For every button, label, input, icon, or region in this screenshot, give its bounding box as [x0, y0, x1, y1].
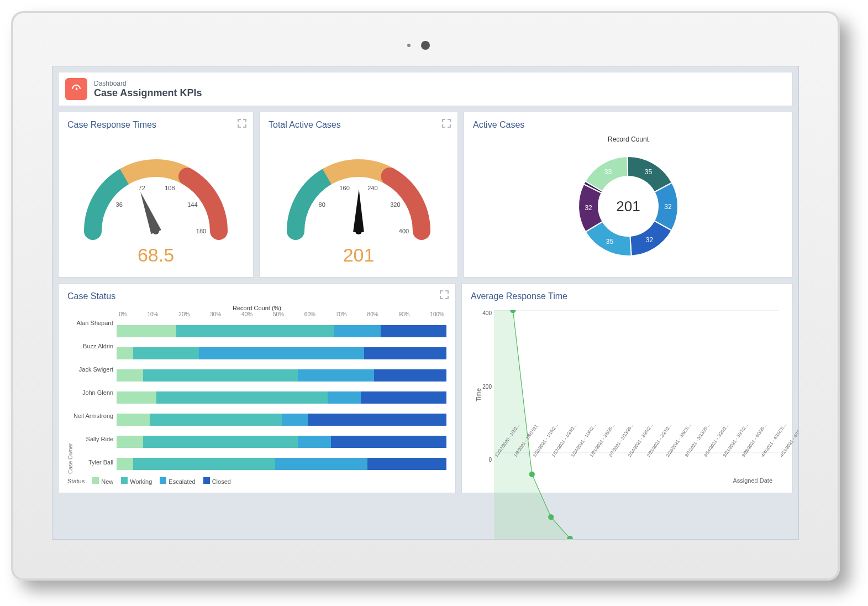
breadcrumb: Dashboard [94, 80, 202, 87]
row-1: Case Response Times 3672108144180 68.5 T… [58, 112, 793, 278]
table-row [117, 458, 446, 470]
card-total-active: Total Active Cases 80160240320400 201 [259, 112, 458, 278]
svg-text:320: 320 [390, 201, 400, 207]
bar-rows [117, 321, 446, 474]
bar-x-ticks: 0%10%20%30%40%50%60%70%80%90%100% [117, 311, 446, 317]
table-row [117, 414, 446, 426]
donut-center-value: 201 [616, 198, 640, 215]
donut-chart: 333532323532 201 [473, 143, 783, 269]
svg-point-24 [548, 514, 554, 520]
svg-text:35: 35 [645, 168, 653, 176]
table-row [117, 369, 446, 382]
bar-category-labels: Alan ShepardBuzz AldrinJack SwigertJohn … [73, 311, 117, 474]
gauge-value: 201 [343, 244, 375, 266]
expand-icon[interactable] [442, 119, 451, 128]
card-title: Active Cases [473, 120, 783, 130]
card-response-times: Case Response Times 3672108144180 68.5 [58, 112, 254, 278]
svg-text:72: 72 [139, 185, 145, 191]
bar-legend: Status New Working Escalated Closed [67, 477, 446, 485]
legend-title: Status [67, 478, 85, 484]
dashboard-screen: Dashboard Case Assignment KPIs Case Resp… [52, 66, 799, 540]
dashboard-title-block: Dashboard Case Assignment KPIs [94, 80, 202, 99]
dashboard-header: Dashboard Case Assignment KPIs [58, 72, 793, 106]
svg-point-11 [355, 228, 362, 234]
legend-item-new: New [92, 477, 113, 485]
svg-text:240: 240 [367, 185, 377, 191]
dashboard-icon [65, 78, 87, 100]
table-row [117, 391, 446, 404]
line-y-ticks: 4002000 [471, 310, 492, 463]
expand-icon[interactable] [238, 119, 246, 128]
svg-text:32: 32 [585, 204, 592, 212]
row-2: Case Status Record Count (%) Case Owner … [58, 283, 793, 493]
svg-text:108: 108 [165, 185, 175, 191]
line-chart: Time 4002000 12/27/2020 - 1/2/2...1/3/20… [471, 305, 783, 485]
card-avg-response-time: Average Response Time Time 4002000 12/27… [461, 283, 793, 493]
svg-text:35: 35 [606, 238, 614, 245]
svg-text:400: 400 [399, 228, 409, 234]
svg-text:36: 36 [116, 201, 123, 207]
gauge-total-active: 80160240320400 201 [269, 133, 449, 269]
page-title: Case Assignment KPIs [94, 87, 202, 99]
svg-text:180: 180 [196, 228, 206, 234]
card-title: Case Response Times [67, 120, 244, 130]
card-case-status: Case Status Record Count (%) Case Owner … [58, 283, 456, 493]
bars-y-title: Case Owner [67, 311, 73, 474]
gauge-value: 68.5 [138, 244, 174, 266]
bars-x-title: Record Count (%) [67, 305, 446, 311]
legend-item-closed: Closed [203, 477, 231, 485]
table-row [117, 436, 446, 448]
svg-text:80: 80 [319, 201, 325, 207]
stacked-bar-chart: Case Owner Alan ShepardBuzz AldrinJack S… [67, 311, 446, 474]
tablet-frame: Dashboard Case Assignment KPIs Case Resp… [11, 11, 840, 581]
legend-item-working: Working [121, 477, 152, 485]
gauge-response-times: 3672108144180 68.5 [67, 133, 244, 269]
card-title: Average Response Time [471, 291, 783, 301]
line-x-title: Assigned Date [733, 477, 772, 484]
legend-item-escalated: Escalated [160, 477, 195, 485]
svg-text:32: 32 [664, 203, 672, 211]
svg-text:32: 32 [646, 236, 654, 244]
table-row [117, 325, 446, 337]
svg-text:160: 160 [339, 185, 349, 191]
svg-text:144: 144 [187, 201, 197, 207]
svg-text:33: 33 [604, 168, 612, 176]
donut-subtitle: Record Count [473, 135, 783, 143]
card-title: Total Active Cases [269, 120, 449, 130]
bar-plot-area: 0%10%20%30%40%50%60%70%80%90%100% [117, 311, 446, 474]
table-row [117, 347, 446, 359]
card-title: Case Status [67, 291, 446, 301]
svg-point-5 [152, 228, 159, 234]
expand-icon[interactable] [440, 290, 449, 299]
card-active-cases: Active Cases Record Count 333532323532 2… [464, 112, 793, 278]
